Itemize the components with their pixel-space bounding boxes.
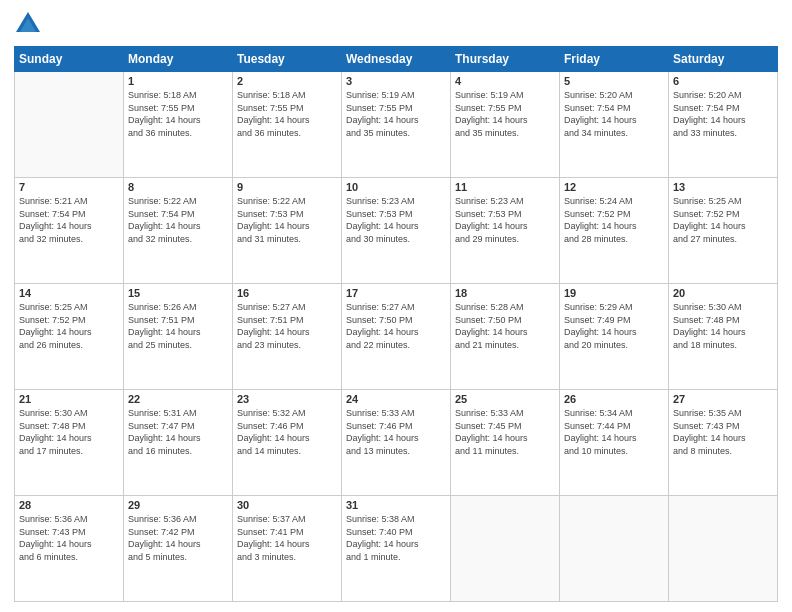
day-number: 21 xyxy=(19,393,119,405)
day-info: Sunrise: 5:31 AM Sunset: 7:47 PM Dayligh… xyxy=(128,407,228,457)
day-number: 24 xyxy=(346,393,446,405)
day-info: Sunrise: 5:27 AM Sunset: 7:51 PM Dayligh… xyxy=(237,301,337,351)
calendar-cell: 11Sunrise: 5:23 AM Sunset: 7:53 PM Dayli… xyxy=(451,178,560,284)
calendar-header-row: SundayMondayTuesdayWednesdayThursdayFrid… xyxy=(15,47,778,72)
day-info: Sunrise: 5:27 AM Sunset: 7:50 PM Dayligh… xyxy=(346,301,446,351)
calendar-cell: 12Sunrise: 5:24 AM Sunset: 7:52 PM Dayli… xyxy=(560,178,669,284)
day-number: 10 xyxy=(346,181,446,193)
calendar-cell: 9Sunrise: 5:22 AM Sunset: 7:53 PM Daylig… xyxy=(233,178,342,284)
calendar-cell xyxy=(15,72,124,178)
calendar-header-sunday: Sunday xyxy=(15,47,124,72)
day-info: Sunrise: 5:25 AM Sunset: 7:52 PM Dayligh… xyxy=(673,195,773,245)
calendar-cell: 3Sunrise: 5:19 AM Sunset: 7:55 PM Daylig… xyxy=(342,72,451,178)
day-info: Sunrise: 5:37 AM Sunset: 7:41 PM Dayligh… xyxy=(237,513,337,563)
calendar-cell: 4Sunrise: 5:19 AM Sunset: 7:55 PM Daylig… xyxy=(451,72,560,178)
calendar-week-row: 28Sunrise: 5:36 AM Sunset: 7:43 PM Dayli… xyxy=(15,496,778,602)
day-number: 6 xyxy=(673,75,773,87)
day-number: 29 xyxy=(128,499,228,511)
day-info: Sunrise: 5:33 AM Sunset: 7:45 PM Dayligh… xyxy=(455,407,555,457)
calendar-header-tuesday: Tuesday xyxy=(233,47,342,72)
day-info: Sunrise: 5:20 AM Sunset: 7:54 PM Dayligh… xyxy=(564,89,664,139)
day-info: Sunrise: 5:22 AM Sunset: 7:53 PM Dayligh… xyxy=(237,195,337,245)
day-info: Sunrise: 5:26 AM Sunset: 7:51 PM Dayligh… xyxy=(128,301,228,351)
day-info: Sunrise: 5:32 AM Sunset: 7:46 PM Dayligh… xyxy=(237,407,337,457)
calendar-cell: 22Sunrise: 5:31 AM Sunset: 7:47 PM Dayli… xyxy=(124,390,233,496)
calendar-cell: 24Sunrise: 5:33 AM Sunset: 7:46 PM Dayli… xyxy=(342,390,451,496)
day-info: Sunrise: 5:30 AM Sunset: 7:48 PM Dayligh… xyxy=(673,301,773,351)
day-info: Sunrise: 5:29 AM Sunset: 7:49 PM Dayligh… xyxy=(564,301,664,351)
day-number: 7 xyxy=(19,181,119,193)
day-info: Sunrise: 5:33 AM Sunset: 7:46 PM Dayligh… xyxy=(346,407,446,457)
day-info: Sunrise: 5:18 AM Sunset: 7:55 PM Dayligh… xyxy=(237,89,337,139)
day-number: 14 xyxy=(19,287,119,299)
calendar-cell: 8Sunrise: 5:22 AM Sunset: 7:54 PM Daylig… xyxy=(124,178,233,284)
day-number: 20 xyxy=(673,287,773,299)
calendar-week-row: 14Sunrise: 5:25 AM Sunset: 7:52 PM Dayli… xyxy=(15,284,778,390)
day-number: 18 xyxy=(455,287,555,299)
day-number: 16 xyxy=(237,287,337,299)
calendar-cell xyxy=(451,496,560,602)
calendar-cell xyxy=(669,496,778,602)
day-info: Sunrise: 5:23 AM Sunset: 7:53 PM Dayligh… xyxy=(346,195,446,245)
day-number: 15 xyxy=(128,287,228,299)
calendar-cell: 1Sunrise: 5:18 AM Sunset: 7:55 PM Daylig… xyxy=(124,72,233,178)
calendar-cell: 20Sunrise: 5:30 AM Sunset: 7:48 PM Dayli… xyxy=(669,284,778,390)
calendar-cell: 19Sunrise: 5:29 AM Sunset: 7:49 PM Dayli… xyxy=(560,284,669,390)
day-number: 25 xyxy=(455,393,555,405)
day-info: Sunrise: 5:20 AM Sunset: 7:54 PM Dayligh… xyxy=(673,89,773,139)
page: SundayMondayTuesdayWednesdayThursdayFrid… xyxy=(0,0,792,612)
calendar-cell: 21Sunrise: 5:30 AM Sunset: 7:48 PM Dayli… xyxy=(15,390,124,496)
day-info: Sunrise: 5:34 AM Sunset: 7:44 PM Dayligh… xyxy=(564,407,664,457)
day-number: 22 xyxy=(128,393,228,405)
day-number: 30 xyxy=(237,499,337,511)
day-info: Sunrise: 5:25 AM Sunset: 7:52 PM Dayligh… xyxy=(19,301,119,351)
day-number: 17 xyxy=(346,287,446,299)
calendar-cell: 2Sunrise: 5:18 AM Sunset: 7:55 PM Daylig… xyxy=(233,72,342,178)
calendar-cell: 27Sunrise: 5:35 AM Sunset: 7:43 PM Dayli… xyxy=(669,390,778,496)
calendar-cell: 14Sunrise: 5:25 AM Sunset: 7:52 PM Dayli… xyxy=(15,284,124,390)
header xyxy=(14,10,778,38)
calendar-cell: 6Sunrise: 5:20 AM Sunset: 7:54 PM Daylig… xyxy=(669,72,778,178)
day-number: 3 xyxy=(346,75,446,87)
calendar-cell: 13Sunrise: 5:25 AM Sunset: 7:52 PM Dayli… xyxy=(669,178,778,284)
calendar-cell: 25Sunrise: 5:33 AM Sunset: 7:45 PM Dayli… xyxy=(451,390,560,496)
day-info: Sunrise: 5:22 AM Sunset: 7:54 PM Dayligh… xyxy=(128,195,228,245)
day-number: 8 xyxy=(128,181,228,193)
day-number: 31 xyxy=(346,499,446,511)
calendar-table: SundayMondayTuesdayWednesdayThursdayFrid… xyxy=(14,46,778,602)
day-number: 27 xyxy=(673,393,773,405)
calendar-cell: 31Sunrise: 5:38 AM Sunset: 7:40 PM Dayli… xyxy=(342,496,451,602)
day-info: Sunrise: 5:36 AM Sunset: 7:43 PM Dayligh… xyxy=(19,513,119,563)
day-info: Sunrise: 5:18 AM Sunset: 7:55 PM Dayligh… xyxy=(128,89,228,139)
calendar-cell: 28Sunrise: 5:36 AM Sunset: 7:43 PM Dayli… xyxy=(15,496,124,602)
calendar-header-monday: Monday xyxy=(124,47,233,72)
day-info: Sunrise: 5:19 AM Sunset: 7:55 PM Dayligh… xyxy=(455,89,555,139)
day-number: 26 xyxy=(564,393,664,405)
calendar-week-row: 7Sunrise: 5:21 AM Sunset: 7:54 PM Daylig… xyxy=(15,178,778,284)
day-info: Sunrise: 5:36 AM Sunset: 7:42 PM Dayligh… xyxy=(128,513,228,563)
calendar-cell: 10Sunrise: 5:23 AM Sunset: 7:53 PM Dayli… xyxy=(342,178,451,284)
day-number: 23 xyxy=(237,393,337,405)
calendar-cell: 16Sunrise: 5:27 AM Sunset: 7:51 PM Dayli… xyxy=(233,284,342,390)
calendar-week-row: 1Sunrise: 5:18 AM Sunset: 7:55 PM Daylig… xyxy=(15,72,778,178)
day-info: Sunrise: 5:38 AM Sunset: 7:40 PM Dayligh… xyxy=(346,513,446,563)
calendar-week-row: 21Sunrise: 5:30 AM Sunset: 7:48 PM Dayli… xyxy=(15,390,778,496)
day-info: Sunrise: 5:24 AM Sunset: 7:52 PM Dayligh… xyxy=(564,195,664,245)
day-info: Sunrise: 5:35 AM Sunset: 7:43 PM Dayligh… xyxy=(673,407,773,457)
calendar-cell: 29Sunrise: 5:36 AM Sunset: 7:42 PM Dayli… xyxy=(124,496,233,602)
calendar-cell: 17Sunrise: 5:27 AM Sunset: 7:50 PM Dayli… xyxy=(342,284,451,390)
calendar-cell xyxy=(560,496,669,602)
day-info: Sunrise: 5:28 AM Sunset: 7:50 PM Dayligh… xyxy=(455,301,555,351)
calendar-cell: 30Sunrise: 5:37 AM Sunset: 7:41 PM Dayli… xyxy=(233,496,342,602)
day-number: 5 xyxy=(564,75,664,87)
calendar-header-thursday: Thursday xyxy=(451,47,560,72)
day-info: Sunrise: 5:21 AM Sunset: 7:54 PM Dayligh… xyxy=(19,195,119,245)
day-info: Sunrise: 5:19 AM Sunset: 7:55 PM Dayligh… xyxy=(346,89,446,139)
calendar-header-saturday: Saturday xyxy=(669,47,778,72)
calendar-cell: 23Sunrise: 5:32 AM Sunset: 7:46 PM Dayli… xyxy=(233,390,342,496)
day-number: 9 xyxy=(237,181,337,193)
calendar-cell: 26Sunrise: 5:34 AM Sunset: 7:44 PM Dayli… xyxy=(560,390,669,496)
logo xyxy=(14,10,46,38)
day-number: 2 xyxy=(237,75,337,87)
calendar-cell: 18Sunrise: 5:28 AM Sunset: 7:50 PM Dayli… xyxy=(451,284,560,390)
